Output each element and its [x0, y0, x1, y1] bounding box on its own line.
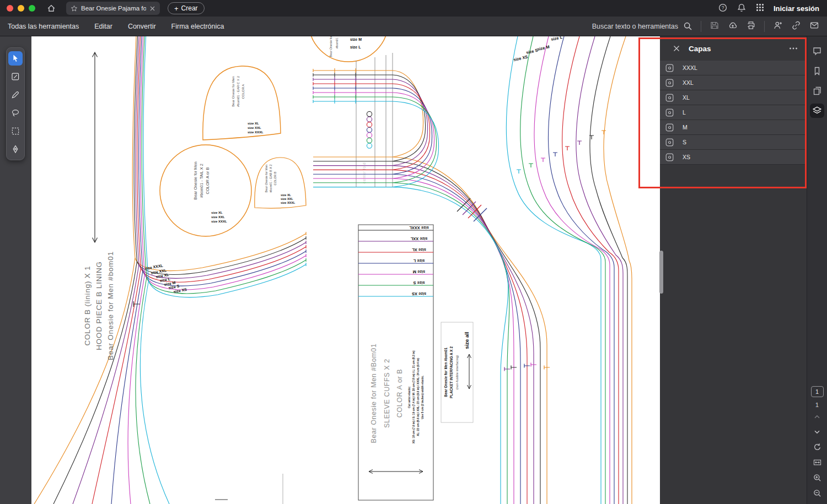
link-button[interactable]: [791, 20, 801, 32]
svg-text:COLOR B (lining) X 1: COLOR B (lining) X 1: [83, 265, 92, 345]
menu-item-convert[interactable]: Convertir: [128, 23, 156, 30]
layer-row-l[interactable]: L: [660, 105, 807, 120]
zoom-out-button[interactable]: [813, 489, 822, 500]
star-icon: [71, 5, 78, 12]
svg-text:COLOR A: COLOR A: [241, 84, 245, 99]
side-size-labels: size L size M size S size XS: [513, 36, 563, 62]
panel-options-button[interactable]: [789, 47, 798, 50]
edit-page-tool-button[interactable]: [8, 69, 23, 84]
next-page-button[interactable]: [813, 427, 821, 438]
tab-close-icon[interactable]: [149, 6, 155, 12]
select-tool-button[interactable]: [8, 51, 23, 66]
window-close-button[interactable]: [7, 5, 13, 12]
sign-in-button[interactable]: Iniciar sesión: [774, 4, 819, 13]
svg-text:(non-fusible interfacing): (non-fusible interfacing): [455, 355, 459, 390]
previous-page-button[interactable]: [813, 413, 821, 423]
apps-button[interactable]: [755, 3, 765, 14]
create-button[interactable]: + Crear: [168, 2, 205, 14]
titlebar: Bear Onesie Pajama fo... + Crear ? Inici…: [0, 0, 827, 17]
svg-text:Use 5 cm (2 inches) width elas: Use 5 cm (2 inches) width elastic.: [421, 375, 424, 419]
search-button[interactable]: Buscar texto o herramientas: [592, 21, 692, 31]
lasso-tool-button[interactable]: [8, 106, 23, 120]
svg-text:COLOR A or B: COLOR A or B: [205, 167, 210, 194]
layers-list: XXXL XXL XL L M S: [660, 61, 807, 165]
zoom-out-icon: [813, 489, 822, 498]
comments-panel-button[interactable]: [810, 44, 824, 58]
pen-nib-icon: [10, 144, 20, 154]
cuffs-labels: Bear Onesie for Men #Bom01 SLEEVE CUFFS …: [370, 344, 424, 444]
menu-item-edit[interactable]: Editar: [94, 23, 112, 30]
layer-label: M: [683, 124, 688, 131]
layer-row-xxl[interactable]: XXL: [660, 75, 807, 90]
layer-row-s[interactable]: S: [660, 135, 807, 150]
window-minimize-button[interactable]: [18, 5, 24, 12]
ear-c-outline: [203, 66, 281, 140]
layer-visibility-icon[interactable]: [665, 79, 674, 87]
cloud-upload-icon: [728, 20, 738, 30]
layer-visibility-icon[interactable]: [665, 94, 674, 102]
select-area-tool-button[interactable]: [8, 124, 23, 138]
svg-text:?: ?: [722, 5, 724, 10]
layer-row-xxxl[interactable]: XXXL: [660, 61, 807, 75]
document-canvas[interactable]: Bear Onesie for Men #bom01 HOOD PIECE B …: [31, 36, 660, 504]
svg-text:size S: size S: [413, 280, 425, 285]
create-label: Crear: [181, 4, 198, 12]
cloud-upload-button[interactable]: [728, 20, 738, 32]
add-user-button[interactable]: [773, 20, 783, 32]
svg-text:size XS: size XS: [412, 291, 426, 296]
layer-visibility-icon[interactable]: [665, 153, 674, 161]
chevron-down-icon: [813, 427, 821, 436]
hood-piece-curves: [34, 36, 306, 504]
home-button[interactable]: [44, 1, 58, 15]
draw-tool-button[interactable]: [8, 88, 23, 102]
layer-row-xl[interactable]: XL: [660, 90, 807, 105]
email-button[interactable]: [809, 20, 819, 32]
layer-row-xs[interactable]: XS: [660, 150, 807, 165]
menubar-actions: Buscar texto o herramientas: [592, 20, 819, 32]
menu-item-all-tools[interactable]: Todas las herramientas: [8, 23, 79, 30]
side-notch-marks: [517, 131, 606, 174]
svg-text:size S: size S: [526, 48, 539, 55]
current-page-indicator[interactable]: 1: [811, 386, 824, 397]
layer-visibility-icon[interactable]: [665, 64, 674, 72]
bookmarks-panel-button[interactable]: [810, 64, 824, 78]
svg-text:Bear Onesie for Men #bom01: Bear Onesie for Men #bom01: [106, 251, 115, 360]
print-icon: [746, 20, 756, 30]
rotate-page-button[interactable]: [813, 442, 822, 453]
svg-text:Bear Onesie for Men #Bom01: Bear Onesie for Men #Bom01: [370, 344, 378, 443]
help-button[interactable]: ?: [718, 3, 728, 14]
page-navigation: 1 1: [807, 386, 827, 500]
quick-tools-palette: [6, 47, 25, 160]
layer-visibility-icon[interactable]: [665, 109, 674, 117]
svg-text:HOOD PIECE B LINING: HOOD PIECE B LINING: [95, 261, 103, 350]
menu-item-esign[interactable]: Firma electrónica: [171, 23, 224, 30]
print-button[interactable]: [746, 20, 756, 32]
svg-text:size L: size L: [551, 36, 563, 42]
window-zoom-button[interactable]: [29, 5, 35, 12]
svg-text:Bear Onesie for Men: Bear Onesie for Men: [329, 36, 332, 57]
layer-row-m[interactable]: M: [660, 120, 807, 135]
layers-panel: Capas XXXL XXL XL L: [660, 36, 807, 504]
fit-width-icon: [813, 458, 822, 467]
top-piece-labels: Bear Onesie for Men #bom01 size M size L: [329, 36, 362, 57]
link-icon: [791, 20, 801, 30]
layers-panel-button[interactable]: [810, 104, 824, 118]
fit-width-button[interactable]: [813, 458, 822, 469]
document-tab[interactable]: Bear Onesie Pajama fo...: [66, 2, 160, 15]
pages-panel-button[interactable]: [810, 84, 824, 98]
notifications-button[interactable]: [737, 3, 747, 14]
bookmark-icon: [812, 66, 822, 76]
panel-close-button[interactable]: [673, 45, 680, 52]
layer-visibility-icon[interactable]: [665, 123, 674, 132]
close-icon: [673, 45, 680, 52]
save-button[interactable]: [710, 20, 719, 32]
fill-sign-tool-button[interactable]: [8, 142, 23, 156]
vertical-scrollbar-thumb[interactable]: [659, 251, 663, 294]
layer-visibility-icon[interactable]: [665, 138, 674, 147]
svg-text:size XL: size XL: [281, 193, 292, 197]
layer-label: S: [683, 139, 686, 145]
svg-text:#bom01: #bom01: [335, 37, 339, 48]
current-page-number: 1: [815, 388, 819, 395]
zoom-in-button[interactable]: [813, 473, 822, 484]
panel-title: Capas: [689, 45, 780, 53]
